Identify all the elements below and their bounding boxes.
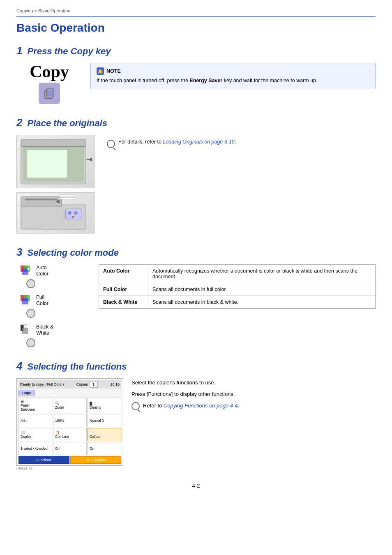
zoom-icon: 🔍 <box>55 401 60 405</box>
auto-color-label: AutoColor <box>36 265 48 277</box>
section-2-heading: 2 Place the originals <box>16 116 376 129</box>
duplex-value-cell: 1-sided>>1-sided <box>18 442 52 455</box>
color-table-name-2: Black & White <box>99 296 148 309</box>
favorites-btn-icon: ⭐ <box>86 458 90 462</box>
note-content: If the touch panel is turned off, press … <box>97 77 369 85</box>
collate-label: Collate <box>90 435 100 439</box>
section-4: 4 Selecting the functions Ready to copy.… <box>16 360 376 470</box>
density-value-cell: Normal 0 <box>88 414 121 427</box>
originals-images <box>16 135 99 234</box>
note-text-after: key and wait for the machine to warm up. <box>222 78 317 83</box>
table-row: Auto Color Automatically recognizes whet… <box>99 265 376 283</box>
flatbed-scanner-image <box>16 135 95 188</box>
copy-key-button[interactable] <box>39 83 60 104</box>
duplex-value: 1-sided>>1-sided <box>21 446 48 451</box>
copier-tabs: Copy <box>18 390 121 396</box>
copy-tab[interactable]: Copy <box>18 390 35 396</box>
step-4-number: 4 <box>16 360 22 372</box>
step-4-title: Selecting the functions <box>27 361 127 372</box>
copier-time: 10:10 <box>110 382 120 386</box>
favorites-button[interactable]: ⭐ Favorites <box>70 456 121 464</box>
color-mode-auto: A AutoColor <box>16 264 90 288</box>
copy-text: Copy <box>30 63 69 80</box>
zoom-label: Zoom <box>55 405 64 409</box>
collate-icon: 📄 <box>90 430 94 435</box>
note-symbol-icon: 🔔 <box>97 68 103 74</box>
paper-label: PaperSelection <box>21 403 35 412</box>
section-2-content: For details, refer to Loading Originals … <box>16 135 376 234</box>
svg-rect-8 <box>21 139 86 147</box>
paper-size-cell: A4□ <box>18 414 52 427</box>
page-number: 4-2 <box>16 483 376 489</box>
svg-rect-28 <box>22 298 28 304</box>
copies-display: Copies 1 <box>76 381 98 388</box>
step-2-title: Place the originals <box>27 118 107 129</box>
section-4-text: Select the copier's functions to use. Pr… <box>131 378 376 410</box>
step-3-title: Selecting color mode <box>27 247 119 258</box>
step-3-number: 3 <box>16 246 22 259</box>
density-label: Density <box>90 405 101 409</box>
auto-color-icon: A <box>21 264 34 278</box>
collate-value-cell: On <box>88 442 121 455</box>
color-table-desc-2: Scans all documents in black & white. <box>148 296 376 309</box>
note-header: 🔔 NOTE <box>97 67 369 75</box>
ref4-end: . <box>238 402 240 409</box>
section-2: 2 Place the originals <box>16 116 376 234</box>
svg-rect-14 <box>60 194 76 196</box>
copier-header: Ready to copy. (Full Color) Copies 1 10:… <box>18 380 121 388</box>
copy-button-icon <box>43 87 55 99</box>
density-value: Normal 0 <box>90 419 104 423</box>
zoom-value-cell: 100% <box>53 414 87 427</box>
color-mode-options: A AutoColor <box>16 264 90 347</box>
color-mode-table: Auto Color Automatically recognizes whet… <box>99 264 376 309</box>
section-4-reference: Refer to Copying Functions on page 4-4. <box>131 401 376 410</box>
density-icon: ▓ <box>90 401 92 405</box>
collate-cell[interactable]: 📄 Collate <box>88 428 121 441</box>
ref-link[interactable]: Loading Originals on page 3-10 <box>163 139 234 145</box>
section-4-heading: 4 Selecting the functions <box>16 360 376 372</box>
section-1-content: Copy 🔔 NOTE If the tou <box>16 63 376 104</box>
combine-cell[interactable]: 📋 Combine <box>53 428 87 441</box>
full-color-radio[interactable] <box>26 309 35 318</box>
full-color-icon <box>21 294 34 307</box>
auto-color-radio[interactable] <box>26 279 35 288</box>
duplex-cell[interactable]: ⬜ Duplex <box>18 428 52 441</box>
note-box: 🔔 NOTE If the touch panel is turned off,… <box>90 63 376 89</box>
ref4-before: Refer to <box>143 402 164 409</box>
functions-button[interactable]: Functions <box>18 456 69 464</box>
section-3: 3 Selecting color mode A AutoColor <box>16 246 376 347</box>
copier-footer: Functions ⭐ Favorites <box>18 456 121 464</box>
paper-size-label: A4□ <box>21 419 27 423</box>
color-table-desc-0: Automatically recognizes whether a docum… <box>148 265 376 283</box>
step-2-number: 2 <box>16 116 22 129</box>
favorites-btn-label: Favorites <box>91 458 106 462</box>
combine-value-cell: Off <box>53 442 87 455</box>
note-bold-text: Energy Saver <box>189 78 222 83</box>
adf-svg <box>17 192 94 234</box>
paper-selection-cell[interactable]: 🖨 PaperSelection <box>18 398 52 413</box>
bw-label: Black &White <box>36 324 53 336</box>
svg-rect-15 <box>60 196 76 197</box>
duplex-label: Duplex <box>21 435 31 439</box>
zoom-cell[interactable]: 🔍 Zoom <box>53 398 87 413</box>
note-text-before: If the touch panel is turned off, press … <box>97 78 189 83</box>
section-4-content: Ready to copy. (Full Color) Copies 1 10:… <box>16 378 376 470</box>
section-1-heading: 1 Press the Copy key <box>16 44 376 57</box>
functions-text-1: Select the copier's functions to use. <box>131 378 376 387</box>
page-title: Basic Operation <box>16 21 376 35</box>
auto-color-svg: A <box>21 265 34 277</box>
ref4-link[interactable]: Copying Functions on page 4-4 <box>164 402 238 409</box>
density-cell[interactable]: ▓ Density <box>88 398 121 413</box>
combine-value: Off <box>55 446 60 451</box>
zoom-value: 100% <box>55 419 64 423</box>
svg-rect-31 <box>22 328 28 334</box>
section-2-ref-text: For details, refer to Loading Originals … <box>118 139 236 145</box>
ref-text-after: . <box>235 139 236 145</box>
svg-rect-13 <box>25 199 58 200</box>
bw-icon <box>21 324 34 337</box>
paper-icon: 🖨 <box>21 399 24 403</box>
section-2-note: For details, refer to Loading Originals … <box>107 135 376 148</box>
svg-rect-7 <box>27 149 68 178</box>
color-mode-full: FullColor <box>16 294 90 318</box>
bw-radio[interactable] <box>26 338 35 347</box>
